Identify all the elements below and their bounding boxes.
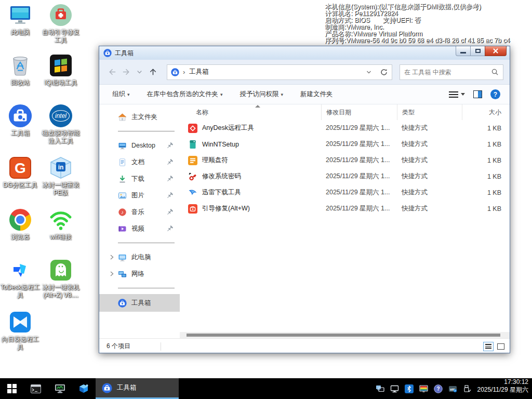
- desktop-icon-wifi[interactable]: wifi链接: [41, 208, 81, 241]
- desktop-icon-this-pc[interactable]: 此电脑: [0, 3, 41, 36]
- todesk-icon: [8, 258, 32, 282]
- minimize-button[interactable]: [456, 46, 471, 56]
- file-row[interactable]: WinNTSetup 2025/11/29 星期六 1... 快捷方式 1 KB: [180, 136, 510, 152]
- desktop-icon-label: 冰封一键装机(Alt+Z) V8....: [41, 284, 81, 299]
- address-dropdown-chevron-icon[interactable]: [365, 69, 373, 76]
- up-button[interactable]: [146, 65, 159, 79]
- chrome-icon: [8, 208, 32, 232]
- downloads-icon: [118, 175, 127, 183]
- blue-cube-icon: [78, 383, 89, 394]
- toolbox-icon: [103, 49, 112, 57]
- taskbar-task-toolbox[interactable]: 工具箱: [96, 378, 179, 399]
- intel-icon: intel: [49, 104, 73, 128]
- desktop-icon-dg-partition[interactable]: G DG分区工具: [0, 156, 41, 189]
- sidebar-item-pictures[interactable]: 图片: [99, 187, 180, 204]
- preview-pane-icon[interactable]: [473, 90, 482, 98]
- help-icon[interactable]: ?: [490, 89, 500, 99]
- file-row[interactable]: 理顺盘符 2025/11/29 星期六 1... 快捷方式 1 KB: [180, 152, 510, 168]
- desktop-icon-ice-pe[interactable]: in 冰封一键重装PE版: [41, 156, 81, 197]
- sidebar-item-network[interactable]: 网络: [99, 265, 180, 282]
- taskbar-cube-tool-button[interactable]: [72, 378, 96, 399]
- iqi-boot-icon: [49, 54, 73, 77]
- search-icon[interactable]: [491, 68, 499, 76]
- thumbnail-view-button[interactable]: [497, 343, 504, 350]
- file-name: 修改系统密码: [202, 172, 241, 181]
- close-button[interactable]: [485, 46, 507, 56]
- file-row[interactable]: 引导修复(Alt+W) 2025/11/29 星期六 1... 快捷方式 1 K…: [180, 201, 510, 217]
- include-in-library-menu[interactable]: 在库中包含所选的文件夹▾: [147, 90, 223, 99]
- toolbox-icon: [118, 299, 127, 308]
- details-view-button[interactable]: [483, 342, 494, 351]
- sidebar-item-label: 下载: [131, 175, 144, 183]
- file-size: 1 KB: [462, 152, 509, 168]
- bluetooth-icon[interactable]: [405, 384, 414, 393]
- file-size: 1 KB: [462, 120, 509, 136]
- display-device-icon[interactable]: [390, 384, 399, 393]
- desktop-icon-intel-inject[interactable]: intel 磁盘驱动智能注入工具: [41, 104, 81, 145]
- address-bar[interactable]: › 工具箱: [167, 64, 392, 80]
- usb-device-icon[interactable]: [463, 384, 472, 393]
- toolbox-icon: [102, 383, 112, 393]
- file-row[interactable]: AnyDesk远程工具 2025/11/29 星期六 1... 快捷方式 1 K…: [180, 120, 510, 136]
- network-computers-icon[interactable]: [376, 384, 384, 393]
- music-icon: ♪: [118, 208, 127, 217]
- horizontal-scrollbar[interactable]: [180, 332, 510, 338]
- desktop-icon-toolbox[interactable]: 工具箱: [0, 104, 41, 137]
- chevron-right-icon[interactable]: [108, 254, 115, 261]
- desktop-icon-recycle-bin[interactable]: 回收站: [0, 54, 41, 87]
- help-question-icon[interactable]: ?: [434, 384, 443, 393]
- computer-icon: [118, 253, 127, 262]
- column-header-name[interactable]: 名称: [180, 108, 321, 117]
- sidebar-item-documents[interactable]: 文档: [99, 154, 180, 170]
- give-access-menu[interactable]: 授予访问权限▾: [240, 90, 284, 99]
- pin-icon: [166, 225, 174, 233]
- sidebar-item-toolbox-selected[interactable]: 工具箱: [99, 294, 180, 312]
- pin-icon: [166, 192, 174, 200]
- desktop-icon-iqi-boot[interactable]: IQi启动工具: [41, 54, 81, 87]
- vmware-tools-icon[interactable]: vm: [448, 384, 457, 393]
- sidebar-item-music[interactable]: ♪ 音乐: [99, 204, 180, 220]
- taskbar-cmd-button[interactable]: [24, 378, 48, 399]
- file-row[interactable]: 迅雷下载工具 2025/11/29 星期六 1... 快捷方式 1 KB: [180, 184, 510, 201]
- chevron-right-icon[interactable]: [108, 270, 115, 277]
- sidebar-item-home[interactable]: 主文件夹: [99, 109, 180, 125]
- window-titlebar[interactable]: 工具箱: [99, 46, 510, 60]
- sidebar-item-this-pc[interactable]: 此电脑: [99, 249, 180, 265]
- refresh-icon[interactable]: [380, 68, 388, 76]
- desktop-icon-ghost-install[interactable]: 冰封一键装机(Alt+Z) V8....: [41, 258, 81, 299]
- file-date: 2025/11/29 星期六 1...: [321, 201, 397, 217]
- clock-date: 2025/11/29 星期六: [477, 386, 528, 394]
- breadcrumb[interactable]: 工具箱: [189, 68, 209, 76]
- organize-menu[interactable]: 组织▾: [112, 90, 130, 99]
- taskbar-pe-tool-button[interactable]: [48, 378, 72, 399]
- window-controls: [456, 46, 507, 56]
- taskbar-clock[interactable]: 17:30:12 2025/11/29 星期六: [477, 378, 532, 399]
- desktop-icon-todesk[interactable]: ToDesk远程工具: [0, 258, 41, 299]
- file-row[interactable]: 修改系统密码 2025/11/29 星期六 1... 快捷方式 1 KB: [180, 168, 510, 184]
- desktop-icon-browser[interactable]: 浏览器: [0, 208, 41, 241]
- display-colors-icon[interactable]: [419, 384, 428, 393]
- sidebar-item-downloads[interactable]: 下载: [99, 170, 180, 187]
- winntsetup-icon: [188, 140, 197, 149]
- sidebar-item-videos[interactable]: 视频: [99, 220, 180, 237]
- forward-button[interactable]: [119, 65, 132, 79]
- back-button[interactable]: [105, 65, 119, 79]
- scrollbar-thumb[interactable]: [187, 334, 500, 337]
- desktop-icon-sunlogin[interactable]: 向日葵远程工具: [0, 310, 41, 351]
- column-header-type[interactable]: 类型: [397, 104, 462, 120]
- change-view-menu[interactable]: [449, 91, 465, 98]
- column-header-date[interactable]: 修改日期: [321, 104, 397, 120]
- column-header-size[interactable]: 大小: [462, 104, 509, 120]
- start-button[interactable]: [0, 378, 24, 399]
- item-count: 6 个项目: [107, 342, 130, 351]
- recent-locations-chevron-icon[interactable]: [132, 65, 146, 79]
- search-input[interactable]: [404, 69, 491, 76]
- desktop-icon-boot-repair[interactable]: 自动引导修复工具: [41, 3, 81, 44]
- search-box[interactable]: [400, 64, 503, 80]
- videos-icon: [118, 224, 127, 233]
- sidebar-item-label: 网络: [131, 270, 144, 278]
- maximize-button[interactable]: [470, 46, 485, 56]
- sidebar-item-desktop[interactable]: Desktop: [99, 137, 180, 154]
- file-date: 2025/11/29 星期六 1...: [321, 168, 397, 184]
- new-folder-button[interactable]: 新建文件夹: [300, 90, 333, 99]
